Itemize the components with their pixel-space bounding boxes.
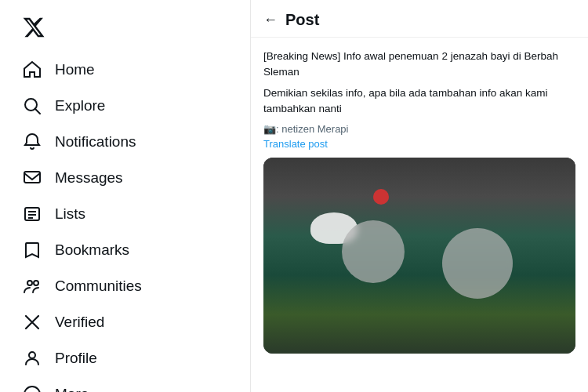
nav-list: Home Explore Notifications Messages [13,52,238,392]
svg-point-8 [34,281,38,285]
sidebar-item-label-communities: Communities [55,278,142,295]
sidebar-item-label-more: More [55,386,89,392]
sidebar-item-label-profile: Profile [55,350,97,367]
main-content: ← Post [Breaking News] Info awal penemua… [251,0,588,392]
post-source: 📷: netizen Merapi [263,123,575,135]
sidebar-item-bookmarks[interactable]: Bookmarks [13,232,238,268]
bookmarks-icon [22,240,42,260]
sidebar-item-label-bookmarks: Bookmarks [55,241,129,259]
sidebar-item-explore[interactable]: Explore [13,88,238,124]
sidebar-item-more[interactable]: More [13,376,238,392]
more-icon [22,384,42,392]
sidebar-item-label-home: Home [55,61,95,78]
post-page-title: Post [285,11,319,29]
translate-post-link[interactable]: Translate post [263,138,575,150]
post-body: [Breaking News] Info awal penemuan 2 jen… [251,38,588,365]
sidebar-item-label-messages: Messages [55,169,123,187]
svg-point-9 [29,352,35,358]
messages-icon [22,168,42,188]
verified-icon [22,312,42,332]
notifications-icon [22,132,42,152]
sidebar-item-lists[interactable]: Lists [13,196,238,232]
sidebar-item-label-notifications: Notifications [55,133,136,151]
image-blur-1 [342,220,405,283]
svg-rect-13 [24,387,40,392]
sidebar-item-label-explore: Explore [55,97,105,114]
sidebar-item-messages[interactable]: Messages [13,160,238,196]
sidebar-item-label-lists: Lists [55,205,85,223]
sidebar-item-notifications[interactable]: Notifications [13,124,238,160]
post-image [263,158,575,354]
explore-icon [22,96,42,116]
sidebar-item-communities[interactable]: Communities [13,268,238,304]
svg-line-1 [35,109,41,114]
twitter-x-logo[interactable] [13,9,238,49]
communities-icon [22,276,42,296]
image-detail-red [373,189,389,205]
svg-rect-2 [24,172,40,183]
sidebar: Home Explore Notifications Messages [0,0,251,392]
sidebar-item-profile[interactable]: Profile [13,340,238,376]
image-blur-2 [442,228,513,299]
post-body-text: Demikian sekilas info, apa bila ada tamb… [263,85,575,118]
breaking-news-text: [Breaking News] Info awal penemuan 2 jen… [263,49,575,81]
profile-icon [22,348,42,368]
lists-icon [22,204,42,224]
home-icon [22,60,42,80]
back-arrow-icon[interactable]: ← [263,12,278,28]
sidebar-item-label-verified: Verified [55,314,104,331]
sidebar-item-home[interactable]: Home [13,52,238,88]
svg-point-7 [27,281,32,285]
post-header: ← Post [251,0,588,38]
sidebar-item-verified[interactable]: Verified [13,304,238,340]
